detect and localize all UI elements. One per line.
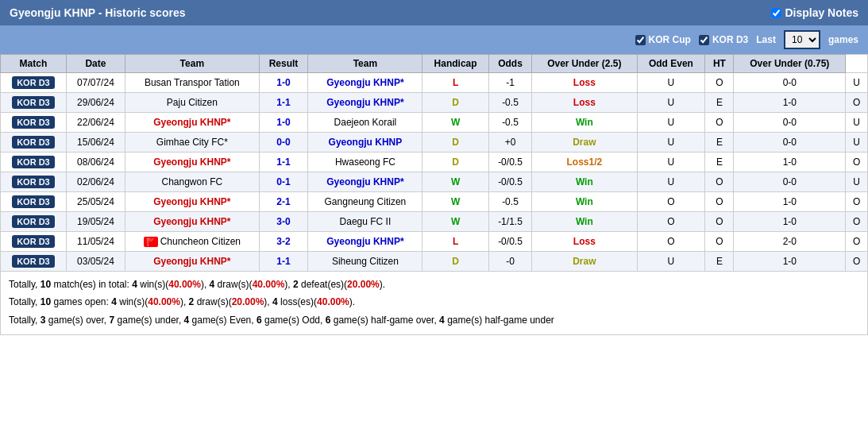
last-label: Last (756, 34, 776, 45)
cell-ht: 1-0 (734, 93, 846, 113)
cell-team-away: Hwaseong FC (308, 153, 422, 172)
cell-over-under2: U (846, 113, 868, 133)
cell-over-under: U (637, 133, 705, 153)
cell-league: KOR D3 (1, 113, 67, 133)
cell-handicap: -0.5 (488, 113, 531, 133)
cell-handicap: -0.5 (488, 93, 531, 113)
cell-odd-even: O (705, 192, 734, 212)
cell-team-away: Daegu FC II (308, 212, 422, 232)
cell-result: 0-1 (259, 172, 308, 192)
cell-over-under: U (637, 113, 705, 133)
table-row: KOR D3 19/05/24 Gyeongju KHNP* 3-0 Daegu… (1, 212, 868, 232)
cell-team-away: Gyeongju KHNP* (308, 232, 422, 252)
cell-league: KOR D3 (1, 232, 67, 252)
cell-date: 08/06/24 (66, 153, 125, 172)
cell-team-home: 🚩Chuncheon Citizen (125, 232, 259, 252)
cell-team-home: Busan Transpor Tation (125, 73, 259, 93)
cell-team-home: Gyeongju KHNP* (125, 192, 259, 212)
kor-cup-filter[interactable]: KOR Cup (635, 34, 691, 45)
kor-cup-checkbox[interactable] (635, 35, 646, 45)
cell-over-under: O (637, 232, 705, 252)
cell-odd-even: O (705, 73, 734, 93)
cell-over-under: U (637, 73, 705, 93)
cell-team-home: Gyeongju KHNP* (125, 252, 259, 272)
cell-odds: Loss (532, 93, 637, 113)
cell-over-under: O (637, 212, 705, 232)
col-over-under-075: Over Under (0.75) (734, 55, 846, 73)
kor-d3-checkbox[interactable] (699, 35, 709, 45)
col-handicap: Handicap (422, 55, 488, 73)
cell-team-home: Gyeongju KHNP* (125, 212, 259, 232)
cell-handicap: -0/0.5 (488, 232, 531, 252)
col-ht: HT (705, 55, 734, 73)
cell-date: 07/07/24 (66, 73, 125, 93)
cell-ht: 1-0 (734, 252, 846, 272)
cell-handicap: -0 (488, 252, 531, 272)
summary-line3: Totally, 3 game(s) over, 7 game(s) under… (9, 312, 859, 328)
cell-league: KOR D3 (1, 192, 67, 212)
cell-result: 1-1 (259, 153, 308, 172)
cell-handicap: -1/1.5 (488, 212, 531, 232)
last-games-select[interactable]: 10 5 15 20 All (784, 30, 820, 49)
cell-date: 22/06/24 (66, 113, 125, 133)
cell-date: 25/05/24 (66, 192, 125, 212)
cell-result: 0-0 (259, 133, 308, 153)
cell-wdl: W (422, 113, 488, 133)
cell-date: 19/05/24 (66, 212, 125, 232)
cell-wdl: D (422, 252, 488, 272)
cell-team-away: Daejeon Korail (308, 113, 422, 133)
cell-ht: 2-0 (734, 232, 846, 252)
cell-ht: 1-0 (734, 212, 846, 232)
cell-odd-even: O (705, 113, 734, 133)
summary-section: Totally, 10 match(es) in total: 4 win(s)… (0, 272, 868, 335)
cell-team-away: Gyeongju KHNP* (308, 93, 422, 113)
table-row: KOR D3 25/05/24 Gyeongju KHNP* 2-1 Gangn… (1, 192, 868, 212)
cell-over-under: U (637, 172, 705, 192)
cell-odds: Loss (532, 232, 637, 252)
cell-odd-even: E (705, 252, 734, 272)
table-row: KOR D3 02/06/24 Changwon FC 0-1 Gyeongju… (1, 172, 868, 192)
cell-wdl: W (422, 192, 488, 212)
cell-team-home: Paju Citizen (125, 93, 259, 113)
cell-odd-even: E (705, 153, 734, 172)
cell-date: 15/06/24 (66, 133, 125, 153)
cell-team-away: Gyeongju KHNP* (308, 172, 422, 192)
table-row: KOR D3 08/06/24 Gyeongju KHNP* 1-1 Hwase… (1, 153, 868, 172)
table-row: KOR D3 11/05/24 🚩Chuncheon Citizen 3-2 G… (1, 232, 868, 252)
cell-odd-even: E (705, 133, 734, 153)
col-match: Match (1, 55, 67, 73)
col-team-home: Team (125, 55, 259, 73)
cell-league: KOR D3 (1, 172, 67, 192)
cell-ht: 1-0 (734, 192, 846, 212)
cell-over-under: U (637, 153, 705, 172)
display-notes-check: Display Notes (771, 6, 858, 19)
cell-team-home: Changwon FC (125, 172, 259, 192)
cell-over-under: U (637, 252, 705, 272)
cell-over-under: O (637, 192, 705, 212)
cell-wdl: L (422, 232, 488, 252)
table-row: KOR D3 03/05/24 Gyeongju KHNP* 1-1 Siheu… (1, 252, 868, 272)
cell-odd-even: E (705, 93, 734, 113)
kor-d3-filter[interactable]: KOR D3 (699, 34, 748, 45)
cell-team-away: Gyeongju KHNP (308, 133, 422, 153)
scores-table: Match Date Team Result Team Handicap Odd… (0, 54, 868, 272)
cell-wdl: D (422, 133, 488, 153)
cell-league: KOR D3 (1, 212, 67, 232)
cell-league: KOR D3 (1, 93, 67, 113)
cell-odds: Draw (532, 252, 637, 272)
cell-date: 03/05/24 (66, 252, 125, 272)
col-over-under-25: Over Under (2.5) (532, 55, 637, 73)
cell-team-home: Gimhae City FC* (125, 133, 259, 153)
col-date: Date (66, 55, 125, 73)
cell-wdl: D (422, 93, 488, 113)
cell-over-under: U (637, 93, 705, 113)
cell-date: 11/05/24 (66, 232, 125, 252)
display-notes-checkbox[interactable] (771, 8, 781, 18)
cell-over-under2: O (846, 192, 868, 212)
cell-team-home: Gyeongju KHNP* (125, 113, 259, 133)
cell-result: 1-0 (259, 113, 308, 133)
page-title: Gyeongju KHNP - Historic scores (10, 6, 185, 19)
col-team-away: Team (308, 55, 422, 73)
cell-odd-even: O (705, 212, 734, 232)
cell-over-under2: O (846, 93, 868, 113)
